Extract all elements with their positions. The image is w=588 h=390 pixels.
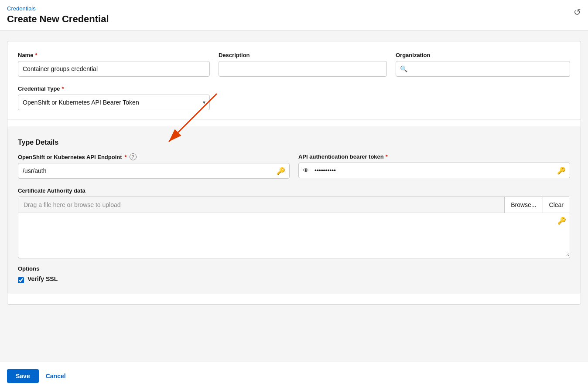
endpoint-label: OpenShift or Kubernetes API Endpoint * ?: [18, 153, 290, 160]
file-drop-area: Drag a file here or browse to upload: [18, 197, 504, 213]
name-label: Name *: [18, 52, 210, 58]
name-required: *: [35, 52, 37, 58]
description-input[interactable]: [219, 61, 387, 77]
token-input[interactable]: [298, 163, 570, 178]
endpoint-help-icon[interactable]: ?: [130, 153, 137, 160]
verify-ssl-checkbox[interactable]: [18, 277, 24, 283]
org-label: Organization: [396, 52, 570, 58]
cancel-button[interactable]: Cancel: [44, 369, 68, 383]
endpoint-key-icon[interactable]: 🔑: [277, 167, 285, 175]
description-field-group: Description: [219, 52, 387, 77]
endpoint-field-group: OpenShift or Kubernetes API Endpoint * ?…: [18, 153, 290, 179]
cert-label: Certificate Authority data: [18, 187, 570, 194]
save-button[interactable]: Save: [7, 369, 39, 383]
cred-type-required: *: [62, 85, 64, 92]
browse-button[interactable]: Browse...: [504, 197, 542, 213]
token-required: *: [386, 153, 388, 160]
file-upload-row: Drag a file here or browse to upload Bro…: [18, 197, 570, 213]
token-field-group: API authentication bearer token * 👁 🔑: [298, 153, 570, 179]
history-icon[interactable]: ↺: [574, 7, 581, 17]
cert-textarea[interactable]: [18, 213, 570, 257]
options-section: Options Verify SSL: [18, 265, 570, 285]
page-title: Create New Credential: [7, 14, 581, 25]
eye-slash-icon[interactable]: 👁: [303, 167, 309, 174]
credential-type-select[interactable]: OpenShift or Kubernetes API Bearer Token…: [18, 95, 210, 110]
options-title: Options: [18, 265, 570, 272]
type-details-section: Type Details OpenShift or Kubernetes API…: [7, 126, 581, 294]
organization-input[interactable]: [396, 61, 570, 77]
organization-field-group: Organization 🔍: [396, 52, 570, 77]
name-field-group: Name *: [18, 52, 210, 77]
credential-form: Name * Description Organization 🔍: [7, 41, 581, 305]
desc-label: Description: [219, 52, 387, 58]
name-input[interactable]: [18, 61, 210, 77]
cert-section: Certificate Authority data Drag a file h…: [18, 187, 570, 258]
token-key-icon[interactable]: 🔑: [557, 166, 566, 175]
type-details-title: Type Details: [18, 139, 570, 146]
footer-actions: Save Cancel: [0, 362, 588, 390]
breadcrumb-link[interactable]: Credentials: [7, 5, 581, 12]
verify-ssl-label[interactable]: Verify SSL: [27, 275, 58, 282]
credential-type-field-group: Credential Type * OpenShift or Kubernete…: [18, 85, 210, 110]
cert-textarea-wrapper: 🔑: [18, 213, 570, 258]
endpoint-required: *: [125, 154, 127, 160]
endpoint-input[interactable]: [18, 163, 290, 179]
cred-type-label: Credential Type *: [18, 85, 210, 92]
token-label: API authentication bearer token *: [298, 153, 570, 160]
cert-key-icon[interactable]: 🔑: [557, 217, 566, 225]
clear-button[interactable]: Clear: [543, 197, 570, 213]
